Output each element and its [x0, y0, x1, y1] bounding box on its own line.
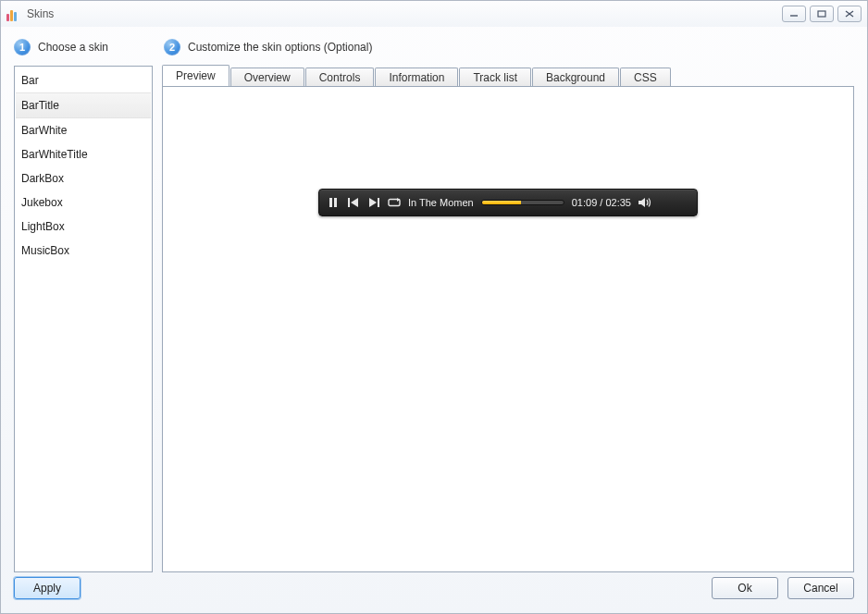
tab-css[interactable]: CSS	[620, 68, 671, 87]
tab-controls[interactable]: Controls	[305, 68, 375, 87]
svg-rect-4	[329, 198, 332, 207]
repeat-button[interactable]	[388, 196, 401, 209]
maximize-button[interactable]	[810, 6, 834, 22]
volume-icon[interactable]	[639, 197, 653, 208]
close-button[interactable]	[837, 6, 862, 22]
step-one: 1 Choose a skin	[14, 39, 153, 55]
main-row: BarBarTitleBarWhiteBarWhiteTitleDarkBoxJ…	[14, 66, 854, 572]
time-display: 01:09 / 02:35	[572, 197, 631, 208]
tab-content-preview: In The Momen 01:09 / 02:35	[162, 86, 854, 572]
skin-item-lightbox[interactable]: LightBox	[16, 215, 151, 239]
player-controls	[327, 196, 401, 209]
skin-item-bartitle[interactable]: BarTitle	[16, 92, 151, 118]
svg-rect-1	[818, 11, 825, 17]
footer: Apply Ok Cancel	[1, 572, 867, 613]
steps-row: 1 Choose a skin 2 Customize the skin opt…	[14, 36, 854, 58]
titlebar: Skins	[1, 1, 867, 27]
skins-window: Skins 1 Choose a skin 2 Customize the sk…	[0, 0, 868, 614]
tab-overview[interactable]: Overview	[230, 68, 304, 87]
step-two-badge: 2	[164, 39, 180, 55]
step-one-badge: 1	[14, 39, 31, 55]
svg-marker-8	[369, 198, 377, 207]
skin-item-barwhitetitle[interactable]: BarWhiteTitle	[16, 142, 151, 166]
svg-rect-6	[348, 198, 350, 207]
time-total: 02:35	[605, 197, 631, 208]
cancel-button[interactable]: Cancel	[787, 577, 854, 599]
tab-preview[interactable]: Preview	[162, 65, 229, 86]
pause-button[interactable]	[327, 196, 340, 209]
skin-item-barwhite[interactable]: BarWhite	[16, 118, 151, 142]
step-one-label: Choose a skin	[38, 41, 108, 54]
skin-item-bar[interactable]: Bar	[16, 68, 151, 92]
tabs-strip: PreviewOverviewControlsInformationTrack …	[162, 66, 854, 86]
svg-rect-9	[378, 198, 379, 207]
audio-player: In The Momen 01:09 / 02:35	[318, 189, 698, 216]
next-track-button[interactable]	[367, 196, 380, 209]
apply-button[interactable]: Apply	[14, 577, 81, 599]
skin-item-musicbox[interactable]: MusicBox	[16, 239, 151, 263]
step-two-label: Customize the skin options (Optional)	[188, 41, 372, 54]
app-icon	[6, 6, 21, 21]
previous-track-button[interactable]	[347, 196, 360, 209]
svg-rect-5	[334, 198, 337, 207]
skin-item-jukebox[interactable]: Jukebox	[16, 190, 151, 215]
ok-button[interactable]: Ok	[712, 577, 778, 599]
tab-background[interactable]: Background	[532, 68, 619, 87]
progress-bar[interactable]	[481, 200, 564, 205]
svg-marker-7	[351, 198, 358, 207]
window-controls	[782, 6, 862, 22]
tab-track-list[interactable]: Track list	[459, 68, 531, 87]
minimize-button[interactable]	[782, 6, 806, 22]
skin-item-darkbox[interactable]: DarkBox	[16, 166, 151, 190]
progress-fill	[482, 201, 521, 204]
track-title: In The Momen	[408, 197, 474, 208]
time-current: 01:09	[572, 197, 598, 208]
right-panel: PreviewOverviewControlsInformationTrack …	[162, 66, 854, 572]
step-two: 2 Customize the skin options (Optional)	[164, 39, 372, 55]
window-title: Skins	[27, 7, 54, 20]
content-area: 1 Choose a skin 2 Customize the skin opt…	[1, 27, 867, 572]
tab-information[interactable]: Information	[375, 68, 458, 87]
skin-list[interactable]: BarBarTitleBarWhiteBarWhiteTitleDarkBoxJ…	[14, 66, 153, 572]
svg-marker-12	[639, 198, 645, 207]
